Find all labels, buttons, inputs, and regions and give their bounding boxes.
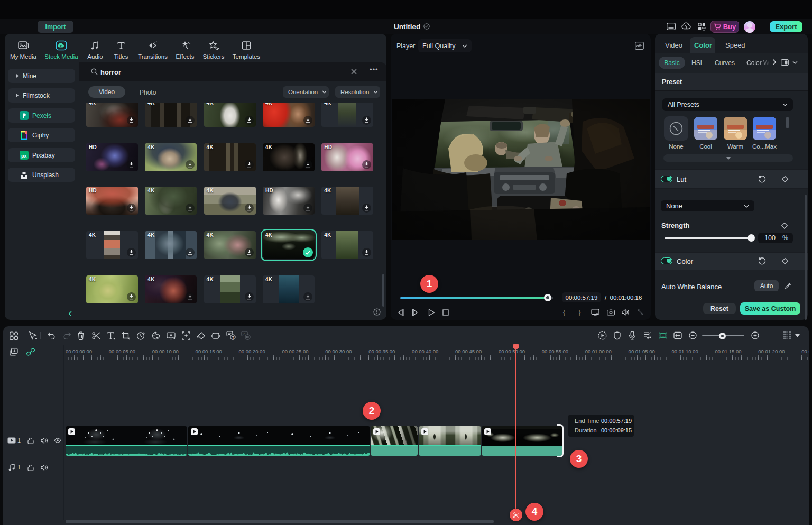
svg-text:T: T xyxy=(232,335,234,340)
svg-text:?: ? xyxy=(243,332,245,336)
svg-text:px: px xyxy=(21,153,27,159)
